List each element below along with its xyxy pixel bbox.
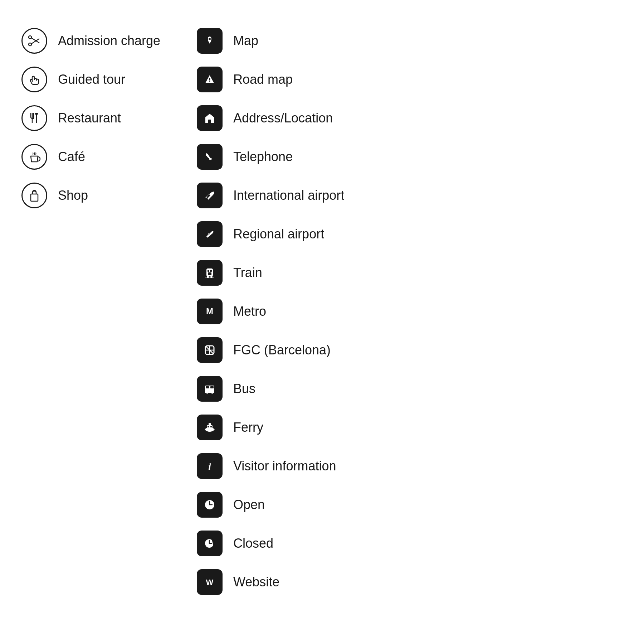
svg-rect-35: [210, 386, 214, 388]
admission-icon: [21, 28, 47, 54]
list-item: Shop: [21, 176, 197, 215]
svg-rect-20: [210, 270, 212, 272]
right-column: Map Road map: [197, 21, 372, 601]
map-icon: [197, 28, 223, 54]
ferry-icon: [197, 415, 223, 440]
list-item: FGC (Barcelona): [197, 331, 372, 369]
svg-text:i: i: [208, 461, 211, 472]
svg-point-0: [29, 36, 31, 39]
left-column: Admission charge Guided tour: [21, 21, 197, 215]
list-item: W Website: [197, 563, 372, 601]
list-item: M Metro: [197, 292, 372, 331]
restaurant-label: Restaurant: [58, 110, 121, 126]
list-item: Admission charge: [21, 21, 197, 60]
metro-label: Metro: [233, 304, 266, 319]
road-map-label: Road map: [233, 72, 293, 87]
bus-label: Bus: [233, 381, 255, 396]
website-icon: W: [197, 569, 223, 595]
list-item: Regional airport: [197, 215, 372, 253]
svg-point-8: [209, 38, 211, 40]
address-icon: [197, 105, 223, 131]
svg-rect-15: [203, 189, 216, 202]
open-icon: [197, 492, 223, 518]
svg-rect-38: [205, 391, 214, 393]
restaurant-icon: [21, 105, 47, 131]
ferry-label: Ferry: [233, 420, 263, 435]
regional-airport-label: Regional airport: [233, 226, 324, 242]
address-label: Address/Location: [233, 110, 333, 126]
open-label: Open: [233, 497, 265, 512]
guided-tour-icon: [21, 67, 47, 92]
list-item: Bus: [197, 369, 372, 408]
svg-rect-13: [208, 120, 211, 123]
fgc-icon: [197, 337, 223, 363]
list-item: Train: [197, 253, 372, 292]
svg-point-1: [29, 43, 31, 46]
list-item: Address/Location: [197, 99, 372, 137]
road-map-icon: [197, 67, 223, 92]
visitor-info-icon: i: [197, 453, 223, 479]
website-label: Website: [233, 574, 279, 590]
svg-text:W: W: [206, 578, 214, 587]
telephone-label: Telephone: [233, 149, 293, 164]
metro-icon: M: [197, 299, 223, 324]
svg-rect-14: [203, 150, 216, 163]
list-item: i Visitor information: [197, 447, 372, 485]
bus-icon: [197, 376, 223, 402]
admission-label: Admission charge: [58, 33, 160, 48]
map-label: Map: [233, 33, 258, 48]
regional-airport-icon: [197, 221, 223, 247]
svg-rect-34: [206, 386, 209, 388]
intl-airport-icon: [197, 183, 223, 208]
list-item: Road map: [197, 60, 372, 99]
svg-rect-21: [208, 272, 211, 275]
svg-rect-10: [209, 78, 210, 81]
svg-rect-43: [210, 426, 212, 427]
svg-text:M: M: [206, 306, 213, 316]
list-item: Café: [21, 137, 197, 176]
svg-line-2: [31, 38, 39, 43]
list-item: Ferry: [197, 408, 372, 447]
list-item: International airport: [197, 176, 372, 215]
list-item: Open: [197, 485, 372, 524]
shop-icon: [21, 183, 47, 208]
svg-rect-42: [208, 426, 209, 427]
svg-rect-6: [31, 194, 38, 201]
svg-rect-41: [209, 423, 211, 426]
closed-label: Closed: [233, 536, 273, 551]
train-label: Train: [233, 265, 262, 280]
svg-rect-19: [208, 270, 209, 272]
list-item: Telephone: [197, 137, 372, 176]
legend-grid: Admission charge Guided tour: [21, 21, 372, 601]
cafe-icon: [21, 144, 47, 170]
svg-rect-11: [209, 81, 210, 82]
fgc-label: FGC (Barcelona): [233, 342, 331, 358]
telephone-icon: [197, 144, 223, 170]
closed-icon: [197, 531, 223, 556]
intl-airport-label: International airport: [233, 188, 344, 203]
guided-tour-label: Guided tour: [58, 72, 125, 87]
svg-line-3: [31, 39, 39, 44]
list-item: Map: [197, 21, 372, 60]
train-icon: [197, 260, 223, 286]
list-item: Restaurant: [21, 99, 197, 137]
shop-label: Shop: [58, 188, 88, 203]
cafe-label: Café: [58, 149, 85, 164]
visitor-info-label: Visitor information: [233, 458, 336, 474]
list-item: Closed: [197, 524, 372, 563]
list-item: Guided tour: [21, 60, 197, 99]
